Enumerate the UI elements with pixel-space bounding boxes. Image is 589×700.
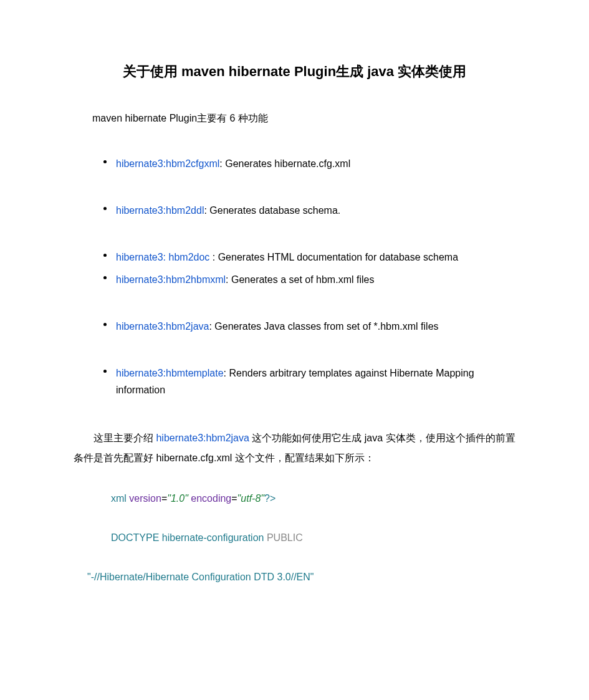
list-item: hibernate3:hbm2cfgxml: Generates hiberna…	[74, 155, 515, 172]
list-item: hibernate3:hbm2ddl: Generates database s…	[74, 202, 515, 219]
bullet-icon	[103, 370, 107, 373]
bullet-icon	[103, 323, 107, 326]
feature-desc: : Generates hibernate.cfg.xml	[219, 158, 350, 169]
feature-list: hibernate3:hbm2cfgxml: Generates hiberna…	[74, 155, 515, 398]
xml-attr-version: version	[127, 493, 161, 504]
feature-desc: : Generates database schema.	[204, 205, 340, 216]
feature-link[interactable]: hibernate3:hbm2hbmxml	[116, 274, 226, 285]
page-title: 关于使用 maven hibernate Plugin生成 java 实体类使用	[74, 62, 515, 81]
doctype-name: hibernate-configuration	[159, 532, 267, 543]
dtd-string: "-//Hibernate/Hibernate Configuration DT…	[87, 572, 314, 582]
feature-desc: : Generates a set of hbm.xml files	[226, 274, 374, 285]
xml-dtd-string: "-//Hibernate/Hibernate Configuration DT…	[87, 572, 515, 583]
list-item: hibernate3:hbm2hbmxml: Generates a set o…	[74, 271, 515, 288]
feature-link[interactable]: hibernate3:hbmtemplate	[116, 368, 224, 378]
paragraph: 这里主要介绍 hibernate3:hbm2java 这个功能如何使用它生成 j…	[74, 428, 515, 468]
document-page: 关于使用 maven hibernate Plugin生成 java 实体类使用…	[0, 0, 589, 620]
list-item: hibernate3:hbmtemplate: Renders arbitrar…	[74, 365, 515, 398]
feature-link[interactable]: hibernate3:hbm2ddl	[116, 205, 204, 216]
para-prefix: 这里主要介绍	[93, 433, 156, 443]
xml-attr-encoding: encoding	[188, 493, 231, 504]
xml-keyword: xml	[111, 493, 127, 504]
xml-value-version: "1.0"	[167, 493, 188, 504]
doctype-public: PUBLIC	[267, 532, 303, 543]
feature-link[interactable]: hibernate3:hbm2java	[116, 321, 209, 332]
bullet-icon	[103, 254, 107, 257]
xml-declaration: xml version="1.0" encoding="utf-8"?>	[111, 493, 515, 504]
intro-text: maven hibernate Plugin主要有 6 种功能	[92, 112, 515, 125]
doctype-keyword: DOCTYPE	[111, 532, 159, 543]
xml-doctype: DOCTYPE hibernate-configuration PUBLIC	[111, 532, 515, 544]
feature-desc: : Generates Java classes from set of *.h…	[209, 321, 438, 332]
feature-link[interactable]: hibernate3:hbm2cfgxml	[116, 158, 219, 169]
bullet-icon	[103, 276, 107, 279]
list-item: hibernate3: hbm2doc : Generates HTML doc…	[74, 249, 515, 266]
xml-equals: =	[161, 493, 167, 504]
xml-decl-end: ?>	[264, 493, 275, 504]
para-link[interactable]: hibernate3:hbm2java	[156, 433, 249, 443]
feature-link[interactable]: hibernate3: hbm2doc	[116, 252, 213, 262]
bullet-icon	[103, 207, 107, 210]
feature-desc: : Generates HTML documentation for datab…	[213, 252, 458, 262]
xml-equals: =	[231, 493, 237, 504]
xml-value-encoding: "utf-8"	[237, 493, 264, 504]
list-item: hibernate3:hbm2java: Generates Java clas…	[74, 318, 515, 335]
bullet-icon	[103, 160, 107, 163]
